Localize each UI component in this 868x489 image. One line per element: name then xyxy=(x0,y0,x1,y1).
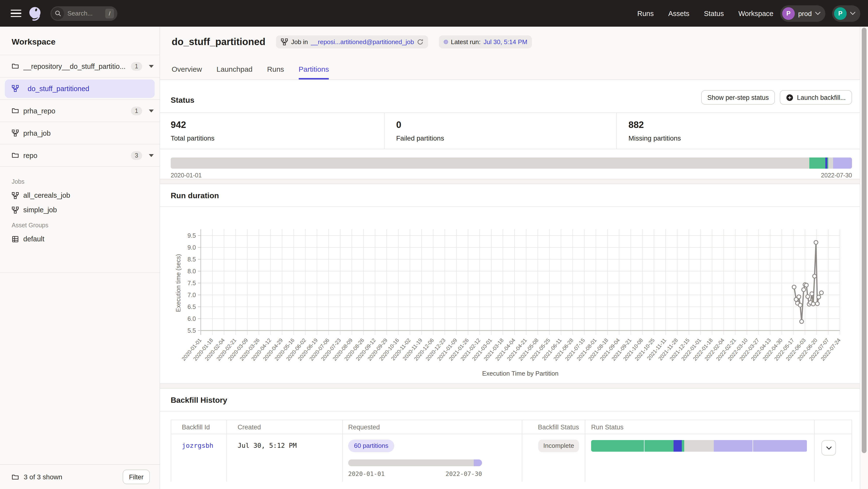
job-tag-prefix: Job in xyxy=(291,38,308,45)
top-navbar: Search... / RunsAssetsStatusWorkspace P … xyxy=(0,0,868,27)
svg-text:8.0: 8.0 xyxy=(187,268,196,274)
user-menu[interactable]: P xyxy=(832,5,860,22)
sidebar-item-prha-job[interactable]: prha_job xyxy=(0,122,159,144)
column-header-backfill-id: Backfill Id xyxy=(171,420,227,434)
user-avatar: P xyxy=(834,7,847,20)
sidebar-item-repo[interactable]: repo3 xyxy=(0,144,159,167)
folder-icon xyxy=(12,63,19,70)
bar-segment xyxy=(674,440,682,452)
show-per-step-status-button[interactable]: Show per-step status xyxy=(701,90,775,105)
backfill-table-header: Backfill Id Created Requested Backfill S… xyxy=(171,420,851,434)
tab-launchpad[interactable]: Launchpad xyxy=(217,65,253,79)
partition-status-bar[interactable] xyxy=(171,158,852,169)
search-input[interactable]: Search... / xyxy=(51,6,117,21)
partition-stats: 942Total partitions0Failed partitions882… xyxy=(160,112,860,149)
nav-link-assets[interactable]: Assets xyxy=(668,9,689,17)
chevron-down-icon xyxy=(815,12,820,15)
expand-row-button[interactable] xyxy=(822,440,836,456)
requested-partitions-badge[interactable]: 60 partitions xyxy=(348,439,394,452)
status-heading: Status xyxy=(171,96,194,105)
dagster-logo-icon[interactable] xyxy=(27,6,43,21)
run-status-bar[interactable] xyxy=(591,440,807,452)
requested-range-bar xyxy=(348,459,482,466)
stat-value: 0 xyxy=(396,120,616,130)
deployment-switcher[interactable]: P prod xyxy=(780,5,825,22)
chevron-down-icon xyxy=(826,446,831,450)
plus-circle-icon xyxy=(786,94,794,101)
filter-button[interactable]: Filter xyxy=(123,469,150,484)
job-repo-link[interactable]: __reposi...artitioned@partitioned_job xyxy=(311,38,414,45)
section-gap xyxy=(160,179,860,184)
menu-icon[interactable] xyxy=(8,5,24,22)
asset-group-icon xyxy=(12,235,19,242)
bar-segment xyxy=(810,158,826,169)
stat-failed-partitions: 0Failed partitions xyxy=(384,113,617,149)
refresh-icon[interactable] xyxy=(417,39,423,45)
sidebar-item--repository-do-stuff-partitio-[interactable]: __repository__do_stuff_partitio...1 xyxy=(0,55,159,77)
column-header-requested: Requested xyxy=(343,420,522,434)
table-row: jozrgsbh Jul 30, 5:12 PM 60 partitions 2… xyxy=(171,434,851,482)
page-title: do_stuff_partitioned xyxy=(172,36,266,47)
bar-segment xyxy=(171,158,810,169)
sidebar-item-prha-repo[interactable]: prha_repo1 xyxy=(0,100,159,122)
svg-text:6.5: 6.5 xyxy=(187,303,196,310)
caret-down-icon[interactable] xyxy=(149,109,154,112)
job-icon xyxy=(12,85,19,92)
sidebar-footer: 3 of 3 shown Filter xyxy=(0,464,159,489)
search-placeholder: Search... xyxy=(64,10,105,17)
stat-missing-partitions: 882Missing partitions xyxy=(617,113,860,149)
latest-run-tag: Latest run: Jul 30, 5:14 PM xyxy=(439,35,532,48)
job-count-badge: 3 xyxy=(131,151,142,160)
scrollbar-thumb[interactable] xyxy=(862,28,867,453)
svg-text:9.5: 9.5 xyxy=(187,232,196,239)
sidebar-item-label: simple_job xyxy=(23,206,57,214)
backfill-id-link[interactable]: jozrgsbh xyxy=(182,442,213,449)
caret-down-icon[interactable] xyxy=(149,65,154,68)
bar-segment xyxy=(645,440,674,452)
partition-status-bar-wrap: 2020-01-01 2022-07-30 xyxy=(160,149,860,179)
folder-icon xyxy=(12,152,19,159)
sidebar-item-simple_job[interactable]: simple_job xyxy=(0,203,159,217)
column-header-run-status: Run Status xyxy=(585,420,815,434)
svg-text:6.0: 6.0 xyxy=(187,315,196,322)
bar-segment xyxy=(753,440,807,452)
sidebar-item-default[interactable]: default xyxy=(0,232,159,246)
svg-text:Execution time (secs): Execution time (secs) xyxy=(175,254,182,312)
bar-segment xyxy=(682,440,684,452)
sidebar-item-label: default xyxy=(23,235,44,243)
chevron-down-icon xyxy=(850,12,856,15)
section-label-jobs: Jobs xyxy=(0,173,159,188)
tab-runs[interactable]: Runs xyxy=(267,65,284,79)
svg-text:7.5: 7.5 xyxy=(187,280,196,286)
sidebar-item-do-stuff-partitioned[interactable]: do_stuff_partitioned xyxy=(0,77,159,100)
sidebar-item-all_cereals_job[interactable]: all_cereals_job xyxy=(0,188,159,203)
backfill-created-time: Jul 30, 5:12 PM xyxy=(238,442,297,449)
backfill-history-heading: Backfill History xyxy=(160,389,860,411)
job-count-badge: 1 xyxy=(131,106,142,115)
run-duration-heading: Run duration xyxy=(160,184,860,206)
tab-partitions[interactable]: Partitions xyxy=(299,65,329,79)
caret-down-icon[interactable] xyxy=(149,154,154,157)
bar-segment xyxy=(684,440,714,452)
launch-backfill-button[interactable]: Launch backfill... xyxy=(780,90,852,105)
nav-link-workspace[interactable]: Workspace xyxy=(738,9,773,17)
requested-range-start: 2020-01-01 xyxy=(348,470,385,477)
sidebar-title: Workspace xyxy=(0,27,159,55)
latest-run-label: Latest run: xyxy=(451,38,480,45)
backfill-status-badge: Incomplete xyxy=(538,439,579,452)
backfill-history-section: Backfill History Backfill Id Created Req… xyxy=(160,389,860,482)
stat-total-partitions: 942Total partitions xyxy=(160,113,384,149)
tab-overview[interactable]: Overview xyxy=(172,65,202,79)
latest-run-link[interactable]: Jul 30, 5:14 PM xyxy=(484,38,527,45)
partition-range-end: 2022-07-30 xyxy=(821,172,852,179)
section-label-asset-groups: Asset Groups xyxy=(0,217,159,232)
repo-list: __repository__do_stuff_partitio...1do_st… xyxy=(0,55,159,167)
scrollbar-track[interactable] xyxy=(860,27,868,489)
bar-segment xyxy=(714,440,753,452)
job-icon xyxy=(12,192,19,199)
nav-link-runs[interactable]: Runs xyxy=(637,9,654,17)
partition-range-start: 2020-01-01 xyxy=(171,172,202,179)
status-buttons: Show per-step statusLaunch backfill... xyxy=(701,90,852,105)
nav-link-status[interactable]: Status xyxy=(704,9,724,17)
bar-segment xyxy=(833,158,852,169)
